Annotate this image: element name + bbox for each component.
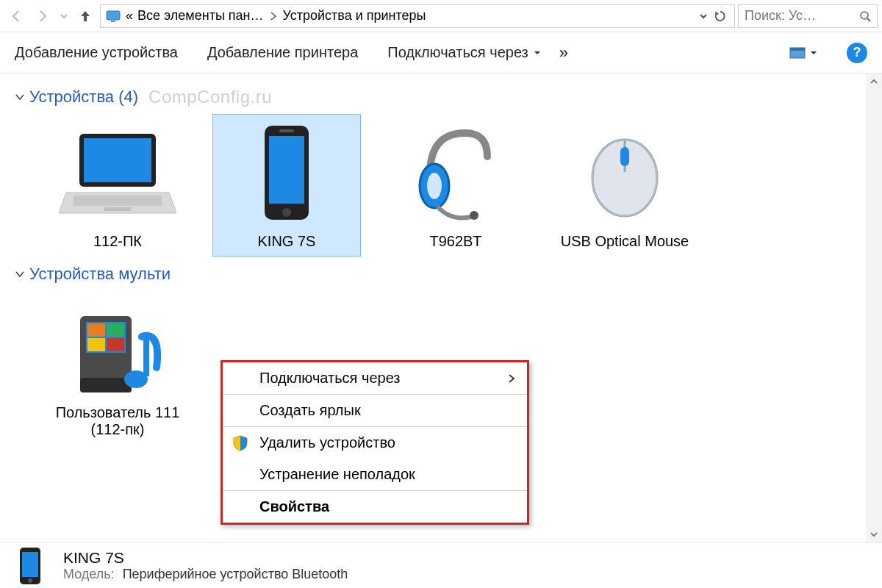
svg-rect-28 bbox=[143, 337, 149, 376]
nav-back-button[interactable] bbox=[4, 4, 28, 28]
refresh-icon[interactable] bbox=[714, 10, 727, 23]
view-icon bbox=[789, 46, 806, 60]
command-bar: Добавление устройства Добавление принтер… bbox=[0, 32, 882, 74]
svg-rect-25 bbox=[87, 338, 105, 351]
context-menu-connect-via[interactable]: Подключаться через bbox=[223, 362, 527, 394]
breadcrumb-separator-icon bbox=[268, 11, 279, 21]
svg-rect-21 bbox=[80, 378, 132, 392]
device-item-headset[interactable]: T962BT bbox=[382, 115, 529, 256]
add-device-button[interactable]: Добавление устройства bbox=[15, 44, 178, 61]
vertical-scrollbar[interactable] bbox=[866, 74, 882, 542]
svg-rect-5 bbox=[790, 48, 805, 51]
scroll-track[interactable] bbox=[866, 90, 882, 526]
device-label: USB Optical Mouse bbox=[554, 232, 695, 250]
collapse-icon bbox=[15, 92, 25, 102]
device-label: KING 7S bbox=[216, 232, 357, 250]
group-header-multimedia[interactable]: Устройства мульти bbox=[15, 265, 867, 284]
svg-rect-24 bbox=[107, 323, 124, 337]
nav-forward-button[interactable] bbox=[31, 4, 54, 28]
devices-grid: 112-ПК KING 7S bbox=[15, 110, 867, 256]
details-thumb-phone-icon bbox=[10, 546, 50, 586]
svg-rect-30 bbox=[22, 552, 38, 577]
uac-shield-icon bbox=[233, 435, 248, 451]
device-item-media-server[interactable]: Пользователь 111 (112-пк) bbox=[44, 287, 191, 438]
media-server-icon bbox=[44, 287, 191, 404]
group-title: Устройства мульти bbox=[29, 265, 171, 284]
context-menu-properties[interactable]: Свойства bbox=[223, 491, 527, 523]
svg-point-16 bbox=[470, 211, 478, 220]
control-panel-icon bbox=[105, 8, 121, 24]
content-area: Устройства (4) CompConfig.ru 112-ПК bbox=[0, 74, 882, 542]
collapse-icon bbox=[15, 269, 25, 279]
svg-rect-18 bbox=[620, 147, 629, 166]
add-printer-button[interactable]: Добавление принтера bbox=[207, 44, 358, 61]
details-device-name: KING 7S bbox=[63, 549, 348, 567]
breadcrumb-bar[interactable]: « Все элементы пан… Устройства и принтер… bbox=[100, 4, 735, 28]
breadcrumb-prefix: « bbox=[126, 8, 133, 24]
context-menu-create-shortcut[interactable]: Создать ярлык bbox=[223, 395, 527, 426]
svg-point-12 bbox=[282, 208, 291, 217]
svg-rect-9 bbox=[104, 207, 131, 211]
scroll-up-icon[interactable] bbox=[866, 74, 882, 90]
breadcrumb-current[interactable]: Устройства и принтеры bbox=[283, 8, 426, 24]
svg-point-15 bbox=[427, 173, 442, 199]
svg-rect-23 bbox=[87, 323, 105, 337]
group-header-devices[interactable]: Устройства (4) CompConfig.ru bbox=[15, 87, 867, 107]
svg-rect-13 bbox=[279, 129, 294, 132]
headset-icon bbox=[385, 119, 526, 229]
nav-up-button[interactable] bbox=[74, 4, 97, 28]
help-button[interactable]: ? bbox=[847, 43, 867, 63]
svg-rect-26 bbox=[107, 338, 124, 351]
watermark-text: CompConfig.ru bbox=[148, 87, 272, 107]
svg-rect-11 bbox=[269, 136, 304, 204]
submenu-arrow-icon bbox=[508, 373, 515, 384]
view-options-button[interactable] bbox=[789, 46, 817, 60]
context-menu-remove-device[interactable]: Удалить устройство bbox=[223, 427, 527, 459]
svg-line-3 bbox=[867, 18, 870, 21]
details-model-label: Модель: bbox=[63, 567, 115, 581]
search-icon bbox=[859, 10, 871, 22]
details-model-value: Периферийное устройство Bluetooth bbox=[123, 567, 348, 581]
group-title: Устройства (4) bbox=[29, 87, 138, 107]
toolbar-overflow-button[interactable]: » bbox=[559, 43, 568, 62]
svg-point-2 bbox=[861, 12, 868, 19]
svg-rect-7 bbox=[84, 138, 151, 182]
phone-icon bbox=[216, 119, 357, 229]
svg-rect-1 bbox=[111, 21, 115, 22]
svg-point-31 bbox=[28, 578, 32, 583]
device-item-laptop[interactable]: 112-ПК bbox=[44, 115, 191, 256]
context-menu-troubleshoot[interactable]: Устранение неполадок bbox=[223, 459, 527, 490]
connect-via-button[interactable]: Подключаться через bbox=[387, 44, 542, 61]
nav-recent-dropdown[interactable] bbox=[57, 4, 71, 28]
device-label: Пользователь 111 (112-пк) bbox=[44, 404, 191, 438]
details-pane: KING 7S Модель: Периферийное устройство … bbox=[0, 542, 882, 588]
device-item-mouse[interactable]: USB Optical Mouse bbox=[551, 115, 698, 256]
address-bar: « Все элементы пан… Устройства и принтер… bbox=[0, 0, 882, 32]
search-placeholder: Поиск: Ус… bbox=[745, 8, 859, 24]
device-item-phone[interactable]: KING 7S bbox=[213, 115, 360, 256]
svg-rect-8 bbox=[74, 196, 162, 206]
mouse-icon bbox=[554, 119, 695, 229]
context-menu: Подключаться через Создать ярлык Удалить… bbox=[220, 360, 529, 525]
dropdown-caret-icon bbox=[533, 49, 542, 57]
dropdown-caret-icon bbox=[810, 49, 817, 57]
device-label: T962BT bbox=[385, 232, 526, 250]
scroll-down-icon[interactable] bbox=[866, 526, 882, 542]
device-label: 112-ПК bbox=[47, 232, 188, 250]
search-input[interactable]: Поиск: Ус… bbox=[738, 4, 878, 28]
svg-rect-0 bbox=[107, 11, 120, 20]
breadcrumb-parent[interactable]: Все элементы пан… bbox=[137, 8, 264, 24]
breadcrumb-dropdown-icon[interactable] bbox=[699, 12, 708, 21]
laptop-icon bbox=[47, 119, 188, 229]
